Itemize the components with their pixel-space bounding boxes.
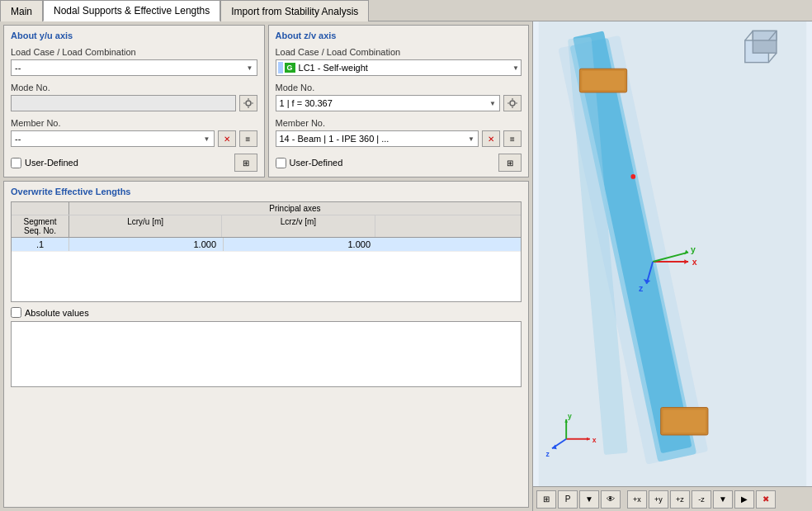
toolbar-y-left-btn[interactable]: +y: [649, 490, 668, 509]
view-bottom-toolbar: ⊞ P ▼ 👁 +x +y +z -z ▼ ▶ ✖: [533, 486, 812, 511]
tab-nodal-label: Nodal Supports & Effective Lengths: [54, 5, 210, 17]
z-mode-arrow: ▼: [489, 100, 496, 107]
y-user-defined-text: User-Defined: [25, 158, 78, 168]
absolute-values-text: Absolute values: [25, 308, 89, 318]
toolbar-grid-btn[interactable]: ⊞: [536, 490, 556, 509]
z-user-defined-text: User-Defined: [290, 158, 343, 168]
toolbar-z-btn[interactable]: +z: [670, 490, 690, 509]
svg-text:z: z: [639, 284, 643, 293]
about-y-title: About y/u axis: [11, 31, 257, 40]
toolbar-x-left-btn[interactable]: +x: [627, 490, 647, 509]
th-seg-h1: Segment: [13, 217, 67, 226]
z-lc-arrow: ▼: [512, 64, 519, 72]
y-mode-input[interactable]: [11, 95, 236, 111]
z-mode-value: 1 | f = 30.367: [280, 98, 333, 108]
settings-icon: [243, 97, 254, 109]
td-empty: [377, 238, 521, 251]
z-user-defined-label[interactable]: User-Defined: [276, 158, 343, 168]
y-mode-label: Mode No.: [11, 83, 257, 92]
tab-main-label: Main: [11, 6, 32, 17]
z-lc-row: G LC1 - Self-weight ▼: [276, 59, 522, 76]
z-mode-dropdown[interactable]: 1 | f = 30.367 ▼: [276, 95, 501, 111]
th-seg-h2: Seq. No.: [13, 226, 67, 235]
main-layout: About y/u axis Load Case / Load Combinat…: [0, 21, 812, 511]
tab-nodal-supports[interactable]: Nodal Supports & Effective Lengths: [43, 0, 220, 21]
svg-text:y: y: [691, 245, 696, 254]
z-mode-row: 1 | f = 30.367 ▼: [276, 95, 522, 111]
y-member-list-btn[interactable]: ≡: [239, 130, 257, 147]
table-header-row2: Segment Seq. No. Lcry/u [m] Lcrz/v [m]: [12, 215, 521, 237]
about-z-title: About z/v axis: [276, 31, 522, 40]
th-principal-axes: Principal axes: [69, 202, 521, 215]
y-member-dropdown[interactable]: -- ▼: [11, 130, 215, 147]
settings-icon-z: [507, 97, 518, 109]
table-row: .1 1.000 1.000: [12, 238, 521, 252]
z-user-defined-row: User-Defined ⊞: [276, 154, 522, 172]
th-lcryu: Lcry/u [m]: [69, 215, 222, 237]
absolute-values-checkbox[interactable]: [11, 307, 21, 318]
y-mode-row: [11, 95, 257, 111]
y-lc-value: --: [15, 63, 21, 73]
z-mode-label: Mode No.: [276, 83, 522, 92]
3d-scene-svg: x y z x y: [533, 21, 812, 486]
absolute-values-label[interactable]: Absolute values: [11, 307, 89, 318]
z-member-row: 14 - Beam | 1 - IPE 360 | ... ▼ ✕ ≡: [276, 130, 522, 147]
svg-text:x: x: [692, 258, 697, 267]
td-val2-1: 1.000: [224, 238, 377, 251]
svg-text:y: y: [568, 412, 572, 420]
y-lc-label: Load Case / Load Combination: [11, 47, 257, 57]
z-member-select-btn[interactable]: ✕: [482, 130, 500, 147]
toolbar-eye-btn[interactable]: 👁: [601, 490, 621, 509]
absolute-values-row: Absolute values: [11, 307, 522, 318]
y-extra-btn[interactable]: ⊞: [234, 154, 257, 172]
z-extra-btn[interactable]: ⊞: [498, 154, 522, 172]
z-lc-value: LC1 - Self-weight: [299, 63, 368, 73]
y-member-select-btn[interactable]: ✕: [218, 130, 236, 147]
svg-text:x: x: [592, 436, 597, 444]
y-user-defined-checkbox[interactable]: [11, 158, 21, 168]
svg-point-40: [630, 174, 635, 179]
tab-main[interactable]: Main: [0, 0, 43, 21]
about-row: About y/u axis Load Case / Load Combinat…: [3, 25, 529, 177]
svg-rect-17: [582, 71, 625, 90]
toolbar-close-btn[interactable]: ✖: [756, 490, 776, 509]
svg-text:z: z: [545, 450, 550, 458]
table-header: Principal axes Segment Seq. No. Lcry/u […: [12, 202, 521, 238]
y-member-value: --: [15, 134, 21, 144]
z-lc-stripe: [278, 62, 283, 73]
toolbar-p-btn[interactable]: P: [558, 490, 578, 509]
about-z-section: About z/v axis Load Case / Load Combinat…: [268, 25, 530, 177]
svg-rect-20: [663, 409, 706, 433]
overwrite-title: Overwrite Effective Lengths: [11, 187, 522, 196]
y-mode-settings-btn[interactable]: [239, 95, 257, 111]
y-member-row: -- ▼ ✕ ≡: [11, 130, 257, 147]
z-member-label: Member No.: [276, 118, 522, 128]
toolbar-p-drop-btn[interactable]: ▼: [579, 490, 599, 509]
tab-import[interactable]: Import from Stability Analysis: [220, 0, 369, 21]
right-panel: x y z x y: [532, 21, 812, 511]
z-member-value: 14 - Beam | 1 - IPE 360 | ...: [280, 134, 389, 144]
z-member-list-btn[interactable]: ≡: [503, 130, 522, 147]
z-member-arrow: ▼: [468, 135, 474, 143]
overwrite-section: Overwrite Effective Lengths Principal ax…: [3, 181, 529, 508]
y-user-defined-label[interactable]: User-Defined: [11, 158, 78, 168]
y-member-arrow: ▼: [204, 135, 210, 143]
y-lc-dropdown[interactable]: -- ▼: [11, 59, 257, 76]
z-user-defined-checkbox[interactable]: [276, 158, 286, 168]
toolbar-play-btn[interactable]: ▶: [734, 490, 754, 509]
z-lc-dropdown[interactable]: G LC1 - Self-weight ▼: [276, 59, 522, 76]
y-lc-arrow: ▼: [247, 64, 253, 72]
td-seg-1: .1: [12, 238, 69, 251]
z-lc-label: Load Case / Load Combination: [276, 47, 522, 57]
z-mode-settings-btn[interactable]: [503, 95, 522, 111]
svg-point-5: [510, 101, 515, 106]
z-member-dropdown[interactable]: 14 - Beam | 1 - IPE 360 | ... ▼: [276, 130, 479, 147]
td-val1-1: 1.000: [69, 238, 224, 251]
th-lcrzv: Lcrz/v [m]: [222, 215, 375, 237]
table-header-row1: Principal axes: [12, 202, 521, 215]
toolbar-z-down-btn[interactable]: -z: [692, 490, 711, 509]
toolbar-view-drop-btn[interactable]: ▼: [713, 490, 733, 509]
table-empty-rows: [12, 252, 521, 301]
y-user-defined-row: User-Defined ⊞: [11, 154, 257, 172]
th-segment-seq: Segment Seq. No.: [12, 215, 69, 237]
